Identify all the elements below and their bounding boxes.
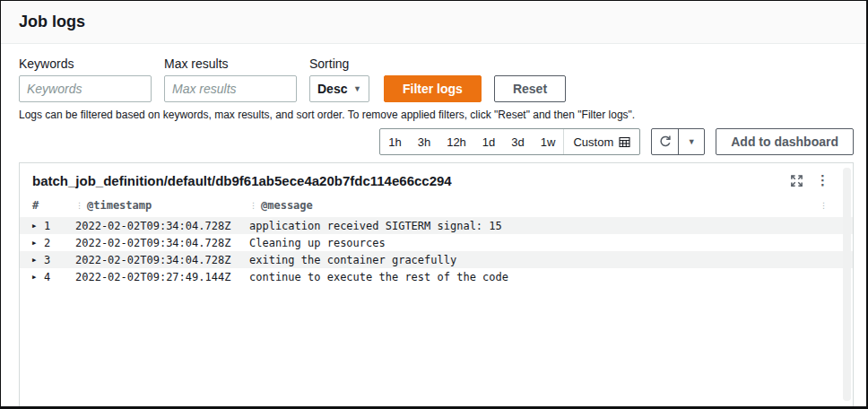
calendar-grid-icon	[619, 136, 630, 148]
row-timestamp: 2022-02-02T09:27:49.144Z	[75, 271, 249, 283]
time-range-1h[interactable]: 1h	[380, 129, 409, 154]
content-area: Keywords Max results Sorting Desc ▼ Filt…	[1, 44, 866, 406]
reset-button[interactable]: Reset	[494, 75, 566, 102]
refresh-icon	[658, 135, 673, 149]
time-range-1w[interactable]: 1w	[533, 129, 564, 154]
refresh-button-group: ▼	[651, 128, 705, 155]
sorting-label: Sorting	[309, 57, 369, 71]
log-row[interactable]: ▶ 3 2022-02-02T09:34:04.728Z exiting the…	[20, 251, 853, 268]
log-row[interactable]: ▶ 4 2022-02-02T09:27:49.144Z continue to…	[20, 268, 853, 285]
row-timestamp: 2022-02-02T09:34:04.728Z	[75, 254, 249, 266]
column-header-message[interactable]: ⋮ @message	[249, 199, 820, 212]
row-number: 2	[44, 237, 50, 249]
expand-fullscreen-icon[interactable]	[790, 174, 803, 187]
log-table-header-row: # ⋮ @timestamp ⋮ @message ⋮	[20, 194, 853, 217]
timestamp-header-label: @timestamp	[87, 199, 152, 212]
row-expander-icon[interactable]: ▶	[32, 222, 39, 230]
max-results-label: Max results	[164, 57, 297, 71]
keywords-label: Keywords	[19, 57, 152, 71]
log-table: # ⋮ @timestamp ⋮ @message ⋮ ▶ 1	[20, 194, 853, 406]
add-to-dashboard-button[interactable]: Add to dashboard	[716, 128, 854, 155]
page-title: Job logs	[19, 13, 85, 31]
chevron-down-icon: ▼	[353, 85, 361, 93]
time-range-3d[interactable]: 3d	[503, 129, 532, 154]
row-timestamp: 2022-02-02T09:34:04.728Z	[75, 220, 249, 232]
row-expander-icon[interactable]: ▶	[32, 257, 39, 264]
page-header: Job logs	[1, 1, 866, 44]
max-results-input[interactable]	[164, 75, 297, 102]
time-range-custom[interactable]: Custom	[563, 129, 639, 154]
column-divider-icon: ⋮	[820, 201, 828, 210]
row-message: exiting the container gracefully	[249, 254, 831, 266]
row-number: 3	[44, 254, 50, 266]
kebab-menu-icon[interactable]: ⋮	[816, 172, 829, 188]
log-panel-title: batch_job_definition/default/db9f61ab5ec…	[32, 173, 790, 188]
column-header-num[interactable]: #	[32, 199, 75, 212]
row-expander-icon[interactable]: ▶	[32, 274, 39, 281]
log-panel-header: batch_job_definition/default/db9f61ab5ec…	[20, 163, 853, 194]
row-message: application received SIGTERM signal: 15	[249, 220, 831, 232]
sorting-selected-value: Desc	[317, 82, 347, 96]
refresh-button[interactable]	[652, 129, 678, 154]
column-header-timestamp[interactable]: ⋮ @timestamp	[75, 199, 249, 212]
keywords-input[interactable]	[19, 75, 152, 102]
chevron-down-icon: ▼	[688, 138, 696, 146]
job-logs-window: Job logs Keywords Max results Sorting De…	[0, 0, 868, 409]
panel-icons: ⋮	[790, 172, 842, 188]
column-divider-icon: ⋮	[249, 201, 257, 210]
message-header-label: @message	[261, 199, 313, 212]
sorting-select[interactable]: Desc ▼	[309, 75, 369, 102]
refresh-options-button[interactable]: ▼	[678, 129, 704, 154]
filter-logs-button[interactable]: Filter logs	[384, 75, 482, 102]
log-panel: batch_job_definition/default/db9f61ab5ec…	[19, 162, 854, 406]
row-number: 1	[44, 220, 50, 232]
log-panel-scrollbar[interactable]	[843, 168, 851, 401]
keywords-field-group: Keywords	[19, 57, 152, 102]
log-row[interactable]: ▶ 2 2022-02-02T09:34:04.728Z Cleaning up…	[20, 234, 853, 251]
time-range-3h[interactable]: 3h	[410, 129, 438, 154]
row-message: Cleaning up resources	[249, 237, 831, 249]
custom-range-label: Custom	[573, 135, 613, 149]
time-range-1d[interactable]: 1d	[474, 129, 503, 154]
sorting-field-group: Sorting Desc ▼	[309, 57, 369, 102]
row-timestamp: 2022-02-02T09:34:04.728Z	[75, 237, 249, 249]
row-number: 4	[44, 271, 50, 283]
column-divider-icon: ⋮	[75, 201, 83, 210]
time-range-12h[interactable]: 12h	[438, 129, 474, 154]
time-range-bar: 1h 3h 12h 1d 3d 1w Custom	[379, 128, 640, 155]
max-results-field-group: Max results	[164, 57, 297, 102]
time-controls-row: 1h 3h 12h 1d 3d 1w Custom	[19, 128, 854, 155]
log-row[interactable]: ▶ 1 2022-02-02T09:34:04.728Z application…	[20, 217, 853, 234]
row-message: continue to execute the rest of the code	[249, 271, 831, 283]
filters-row: Keywords Max results Sorting Desc ▼ Filt…	[19, 57, 854, 102]
filters-help-text: Logs can be filtered based on keywords, …	[19, 109, 854, 121]
row-expander-icon[interactable]: ▶	[32, 239, 39, 247]
